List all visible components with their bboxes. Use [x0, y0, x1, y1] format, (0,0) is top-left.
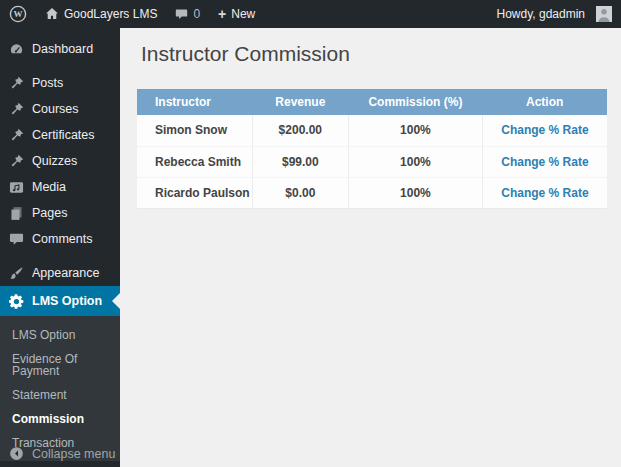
sidebar-item-certificates[interactable]: Certificates [0, 122, 120, 148]
admin-bar-comments[interactable]: 0 [166, 0, 209, 28]
cell-instructor: Simon Snow [137, 115, 252, 146]
avatar [596, 6, 612, 22]
media-icon [9, 180, 24, 195]
admin-bar-right: Howdy, gdadmin [488, 0, 621, 28]
home-icon [45, 7, 59, 21]
col-header-commission: Commission (%) [348, 89, 482, 115]
table-row: Ricardo Paulson $0.00 100% Change % Rate [137, 177, 607, 208]
page-title: Instructor Commission [120, 28, 621, 66]
sidebar-item-quizzes[interactable]: Quizzes [0, 148, 120, 174]
gear-icon [9, 294, 24, 309]
appearance-icon [9, 266, 24, 281]
sidebar-item-label: Pages [32, 206, 67, 220]
comments-count: 0 [193, 7, 200, 21]
comment-bubble-icon [175, 8, 188, 21]
menu-separator [0, 62, 120, 70]
sidebar-item-appearance[interactable]: Appearance [0, 260, 120, 286]
col-header-action: Action [482, 89, 607, 115]
table-header-row: Instructor Revenue Commission (%) Action [137, 89, 607, 115]
collapse-menu-label: Collapse menu [32, 447, 115, 461]
new-label: New [231, 7, 255, 21]
cell-revenue: $200.00 [252, 115, 348, 146]
col-header-instructor: Instructor [137, 89, 252, 115]
cell-commission: 100% [348, 177, 482, 208]
commission-table: Instructor Revenue Commission (%) Action… [137, 89, 607, 209]
cell-instructor: Ricardo Paulson [137, 177, 252, 208]
sidebar-item-label: Dashboard [32, 42, 93, 56]
wordpress-logo[interactable]: W [0, 0, 36, 28]
collapse-menu-button[interactable]: Collapse menu [0, 443, 120, 464]
sidebar-item-label: Certificates [32, 128, 95, 142]
plus-icon: + [218, 7, 226, 21]
sidebar-item-label: Posts [32, 76, 63, 90]
pushpin-icon [9, 154, 24, 169]
submenu-item-statement[interactable]: Statement [0, 383, 120, 407]
sidebar-item-pages[interactable]: Pages [0, 200, 120, 226]
cell-action: Change % Rate [482, 115, 607, 146]
admin-bar-site-menu[interactable]: GoodLayers LMS [36, 0, 166, 28]
svg-text:W: W [14, 9, 23, 19]
sidebar-item-dashboard[interactable]: Dashboard [0, 36, 120, 62]
sidebar-item-media[interactable]: Media [0, 174, 120, 200]
cell-instructor: Rebecca Smith [137, 146, 252, 177]
cell-commission: 100% [348, 115, 482, 146]
cell-action: Change % Rate [482, 146, 607, 177]
cell-commission: 100% [348, 146, 482, 177]
lms-option-submenu: LMS Option Evidence Of Payment Statement… [0, 316, 120, 461]
sidebar-item-label: LMS Option [32, 294, 102, 308]
sidebar-item-label: Comments [32, 232, 92, 246]
comments-icon [9, 232, 24, 247]
pushpin-icon [9, 102, 24, 117]
admin-menu: Dashboard Posts Courses Certificates [0, 28, 120, 461]
pushpin-icon [9, 76, 24, 91]
table-row: Rebecca Smith $99.00 100% Change % Rate [137, 146, 607, 177]
sidebar: Dashboard Posts Courses Certificates [0, 28, 120, 467]
submenu-item-lms-option[interactable]: LMS Option [0, 323, 120, 347]
collapse-arrow-icon [9, 446, 24, 461]
admin-bar-new[interactable]: + New [209, 0, 264, 28]
sidebar-item-label: Courses [32, 102, 79, 116]
sidebar-item-comments[interactable]: Comments [0, 226, 120, 252]
sidebar-item-lms-option[interactable]: LMS Option [0, 286, 120, 316]
table-row: Simon Snow $200.00 100% Change % Rate [137, 115, 607, 146]
sidebar-item-posts[interactable]: Posts [0, 70, 120, 96]
admin-bar-account[interactable]: Howdy, gdadmin [488, 0, 621, 28]
submenu-item-evidence-of-payment[interactable]: Evidence Of Payment [0, 347, 120, 383]
main-content: Instructor Commission Instructor Revenue… [120, 28, 621, 467]
cell-revenue: $99.00 [252, 146, 348, 177]
admin-bar: W GoodLayers LMS 0 + New Howdy, gdadmin [0, 0, 621, 28]
submenu-item-commission[interactable]: Commission [0, 407, 120, 431]
sidebar-item-courses[interactable]: Courses [0, 96, 120, 122]
admin-bar-left: W GoodLayers LMS 0 + New [0, 0, 264, 28]
change-rate-link[interactable]: Change % Rate [501, 123, 588, 137]
col-header-revenue: Revenue [252, 89, 348, 115]
site-name: GoodLayers LMS [64, 7, 157, 21]
sidebar-item-label: Appearance [32, 266, 99, 280]
howdy-label: Howdy, gdadmin [497, 7, 586, 21]
menu-separator [0, 252, 120, 260]
sidebar-item-label: Media [32, 180, 66, 194]
pushpin-icon [9, 128, 24, 143]
sidebar-item-label: Quizzes [32, 154, 77, 168]
change-rate-link[interactable]: Change % Rate [501, 186, 588, 200]
cell-revenue: $0.00 [252, 177, 348, 208]
pages-icon [9, 206, 24, 221]
dashboard-icon [9, 42, 24, 57]
change-rate-link[interactable]: Change % Rate [501, 155, 588, 169]
cell-action: Change % Rate [482, 177, 607, 208]
wordpress-logo-icon: W [9, 5, 27, 23]
